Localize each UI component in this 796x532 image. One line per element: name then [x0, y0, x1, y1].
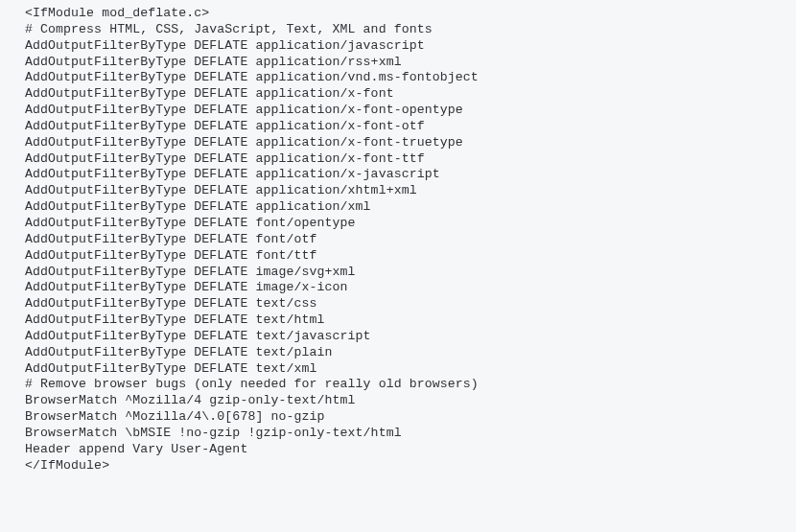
- code-line: AddOutputFilterByType DEFLATE font/opent…: [25, 216, 796, 232]
- code-line: AddOutputFilterByType DEFLATE applicatio…: [25, 55, 796, 71]
- code-line: AddOutputFilterByType DEFLATE image/x-ic…: [25, 280, 796, 296]
- code-line: AddOutputFilterByType DEFLATE applicatio…: [25, 70, 796, 86]
- code-line: <IfModule mod_deflate.c>: [25, 6, 796, 22]
- code-line: AddOutputFilterByType DEFLATE applicatio…: [25, 86, 796, 103]
- code-line: AddOutputFilterByType DEFLATE text/css: [25, 296, 796, 312]
- htaccess-code-block: <IfModule mod_deflate.c># Compress HTML,…: [0, 0, 796, 474]
- code-line: AddOutputFilterByType DEFLATE applicatio…: [25, 167, 796, 183]
- code-line: AddOutputFilterByType DEFLATE applicatio…: [25, 183, 796, 199]
- code-line: # Remove browser bugs (only needed for r…: [25, 377, 796, 393]
- code-line: AddOutputFilterByType DEFLATE text/javas…: [25, 329, 796, 345]
- code-line: Header append Vary User-Agent: [25, 442, 796, 458]
- code-line: AddOutputFilterByType DEFLATE applicatio…: [25, 119, 796, 135]
- code-line: AddOutputFilterByType DEFLATE applicatio…: [25, 38, 796, 55]
- code-line: AddOutputFilterByType DEFLATE font/otf: [25, 232, 796, 248]
- code-line: </IfModule>: [25, 458, 796, 474]
- code-line: AddOutputFilterByType DEFLATE font/ttf: [25, 248, 796, 265]
- code-line: # Compress HTML, CSS, JavaScript, Text, …: [25, 22, 796, 38]
- code-line: AddOutputFilterByType DEFLATE applicatio…: [25, 199, 796, 216]
- code-line: AddOutputFilterByType DEFLATE text/html: [25, 312, 796, 329]
- code-line: BrowserMatch ^Mozilla/4\.0[678] no-gzip: [25, 409, 796, 426]
- code-line: BrowserMatch ^Mozilla/4 gzip-only-text/h…: [25, 393, 796, 409]
- code-line: AddOutputFilterByType DEFLATE applicatio…: [25, 151, 796, 168]
- code-line: AddOutputFilterByType DEFLATE applicatio…: [25, 135, 796, 151]
- code-line: BrowserMatch \bMSIE !no-gzip !gzip-only-…: [25, 426, 796, 442]
- code-line: AddOutputFilterByType DEFLATE text/plain: [25, 345, 796, 361]
- code-line: AddOutputFilterByType DEFLATE image/svg+…: [25, 265, 796, 281]
- code-line: AddOutputFilterByType DEFLATE applicatio…: [25, 103, 796, 119]
- code-line: AddOutputFilterByType DEFLATE text/xml: [25, 361, 796, 378]
